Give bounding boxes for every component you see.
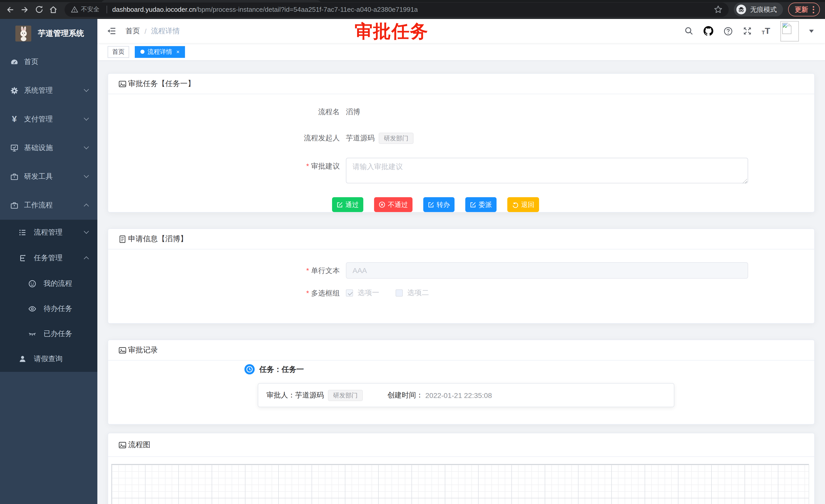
card-title: 审批任务【任务一】 bbox=[128, 79, 195, 89]
sidebar-item-devtools[interactable]: 研发工具 bbox=[0, 162, 97, 191]
approval-record-card: 审批记录 任务：任务一 审批人： 芋道源码 研发部门 创建时间： bbox=[107, 340, 815, 425]
sidebar-item-infrastructure[interactable]: 基础设施 bbox=[0, 134, 97, 162]
back-button[interactable] bbox=[4, 3, 16, 16]
opinion-label: 审批建议 bbox=[108, 158, 346, 185]
update-label: 更新 bbox=[795, 5, 808, 14]
fullscreen-icon[interactable] bbox=[743, 27, 751, 35]
checkbox-label: 选项一 bbox=[358, 288, 379, 298]
initiator-value: 芋道源码研发部门 bbox=[346, 130, 414, 146]
forward-icon bbox=[20, 5, 29, 14]
dashboard-icon bbox=[10, 58, 18, 66]
chevron-up-icon bbox=[84, 203, 89, 209]
picture-icon bbox=[119, 441, 127, 449]
url-domain: dashboard.yudao.iocoder.cn bbox=[112, 6, 196, 13]
sidebar-item-label: 已办任务 bbox=[44, 329, 72, 338]
tab-label: 流程详情 bbox=[148, 48, 172, 56]
eye-open-icon bbox=[28, 305, 36, 313]
sidebar-item-process-mgmt[interactable]: 流程管理 bbox=[0, 220, 97, 245]
help-icon[interactable] bbox=[723, 26, 733, 35]
checkbox-option2[interactable] bbox=[395, 289, 403, 297]
navbar: 首页 / 流程详情 审批任务 TT bbox=[97, 19, 825, 43]
checkbox-group: 选项一 选项二 bbox=[346, 285, 429, 301]
card-header: 申请信息【滔博】 bbox=[108, 229, 814, 249]
url-text: dashboard.yudao.iocoder.cn/bpm/process-i… bbox=[112, 6, 418, 13]
browser-menu-icon[interactable] bbox=[813, 6, 814, 13]
collapse-sidebar-button[interactable] bbox=[106, 26, 116, 36]
screen: 不安全 dashboard.yudao.iocoder.cn/bpm/proce… bbox=[0, 0, 825, 504]
approver-value: 芋道源码 bbox=[295, 391, 324, 400]
home-icon bbox=[49, 5, 58, 14]
user-menu-caret-icon[interactable] bbox=[809, 29, 814, 32]
picture-icon bbox=[119, 346, 127, 354]
sidebar-item-payment[interactable]: ¥ 支付管理 bbox=[0, 105, 97, 134]
logo-rabbit-image bbox=[15, 25, 31, 41]
security-label: 不安全 bbox=[81, 5, 99, 14]
home-button[interactable] bbox=[47, 3, 60, 16]
browser-chrome: 不安全 dashboard.yudao.iocoder.cn/bpm/proce… bbox=[0, 0, 825, 19]
breadcrumb-home[interactable]: 首页 bbox=[126, 26, 140, 35]
process-name-value: 滔博 bbox=[346, 103, 360, 120]
briefcase-icon bbox=[10, 201, 18, 209]
tab-home[interactable]: 首页 bbox=[107, 46, 129, 58]
opinion-textarea[interactable] bbox=[346, 158, 748, 183]
sidebar-item-label: 基础设施 bbox=[24, 144, 53, 153]
approver-label: 审批人： bbox=[267, 391, 295, 400]
single-line-text-input[interactable] bbox=[346, 262, 748, 279]
transfer-button[interactable]: 转办 bbox=[423, 197, 454, 212]
button-label: 通过 bbox=[346, 201, 359, 208]
edit-icon bbox=[336, 201, 343, 208]
tags-view: 首页 流程详情 × bbox=[97, 43, 825, 61]
sidebar-item-done-tasks[interactable]: 已办任务 bbox=[0, 321, 97, 346]
card-header: 流程图 bbox=[108, 433, 814, 457]
sidebar-item-system[interactable]: 系统管理 bbox=[0, 76, 97, 105]
card-title: 审批记录 bbox=[128, 345, 158, 355]
url-path: /bpm/process-instance/detail?id=54aa251f… bbox=[196, 6, 418, 13]
reload-button[interactable] bbox=[33, 3, 45, 16]
picture-icon bbox=[119, 80, 127, 88]
sidebar-item-leave-query[interactable]: 请假查询 bbox=[0, 346, 97, 372]
bookmark-star-icon[interactable] bbox=[714, 5, 723, 14]
sidebar-item-task-mgmt[interactable]: 任务管理 bbox=[0, 245, 97, 271]
card-title: 申请信息【滔博】 bbox=[128, 234, 188, 244]
face-icon bbox=[28, 279, 36, 287]
sidebar-item-label: 我的流程 bbox=[44, 279, 72, 288]
chevron-down-icon bbox=[84, 173, 89, 178]
update-button[interactable]: 更新 bbox=[788, 3, 820, 16]
sidebar-item-my-process[interactable]: 我的流程 bbox=[0, 271, 97, 296]
delegate-button[interactable]: 委派 bbox=[465, 197, 497, 212]
sidebar-item-label: 任务管理 bbox=[34, 254, 63, 263]
return-button[interactable]: 退回 bbox=[507, 197, 539, 212]
font-size-icon[interactable]: TT bbox=[762, 27, 770, 35]
initiator-label: 流程发起人 bbox=[108, 130, 346, 146]
document-icon bbox=[119, 235, 127, 243]
avatar[interactable] bbox=[780, 21, 799, 41]
sidebar-item-todo-tasks[interactable]: 待办任务 bbox=[0, 296, 97, 321]
url-bar[interactable]: 不安全 dashboard.yudao.iocoder.cn/bpm/proce… bbox=[65, 2, 729, 17]
briefcase-icon bbox=[10, 173, 18, 181]
checkbox-option1[interactable] bbox=[346, 289, 353, 297]
approve-button[interactable]: 通过 bbox=[332, 197, 363, 212]
forward-button[interactable] bbox=[18, 3, 31, 16]
broken-image-icon bbox=[782, 22, 792, 34]
monitor-icon bbox=[10, 144, 18, 152]
sidebar-item-home[interactable]: 首页 bbox=[0, 48, 97, 76]
annotation-title: 审批任务 bbox=[355, 19, 428, 44]
close-tab-icon[interactable]: × bbox=[176, 49, 179, 55]
sidebar-item-workflow[interactable]: 工作流程 bbox=[0, 191, 97, 220]
reject-button[interactable]: 不通过 bbox=[374, 197, 412, 212]
app-title: 芋道管理系统 bbox=[38, 28, 84, 38]
incognito-label: 无痕模式 bbox=[750, 5, 777, 14]
breadcrumb-current: 流程详情 bbox=[151, 26, 180, 35]
create-time-value: 2022-01-21 22:35:08 bbox=[425, 391, 492, 399]
github-icon[interactable] bbox=[703, 26, 713, 36]
tab-process-detail[interactable]: 流程详情 × bbox=[135, 46, 185, 58]
button-label: 退回 bbox=[521, 201, 534, 208]
yen-icon: ¥ bbox=[10, 115, 18, 123]
workflow-submenu: 流程管理 任务管理 我的流程 bbox=[0, 220, 97, 372]
create-time-label: 创建时间： bbox=[387, 391, 423, 400]
bpmn-canvas[interactable] bbox=[111, 464, 809, 504]
breadcrumb: 首页 / 流程详情 bbox=[126, 26, 180, 35]
search-icon[interactable] bbox=[684, 27, 693, 35]
logo[interactable]: 芋道管理系统 bbox=[0, 19, 97, 48]
approval-task-card: 审批任务【任务一】 流程名 滔博 流程发起人 芋道源码研发部门 审批建议 bbox=[107, 73, 815, 213]
